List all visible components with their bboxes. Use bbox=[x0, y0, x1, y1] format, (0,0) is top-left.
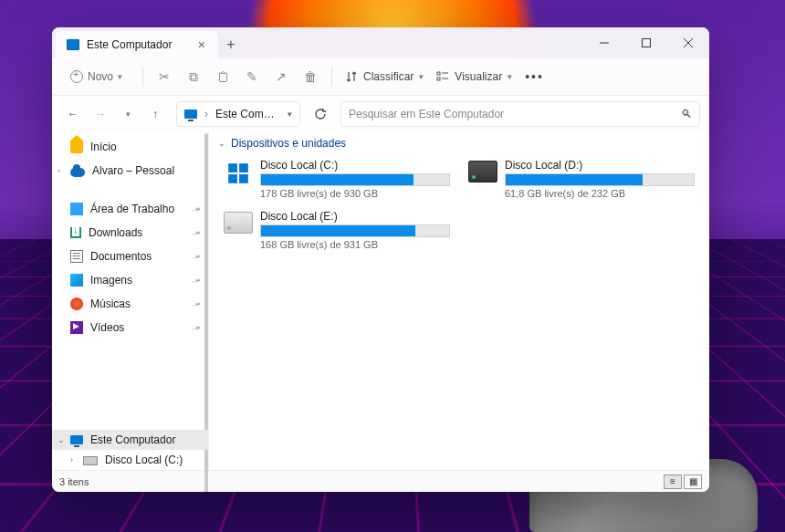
pc-icon bbox=[67, 39, 79, 50]
document-icon bbox=[70, 250, 83, 263]
drive-item[interactable]: Disco Local (D:) 61,8 GB livre(s) de 232… bbox=[465, 155, 698, 203]
copy-icon[interactable]: ⧉ bbox=[185, 69, 202, 85]
capacity-bar bbox=[505, 173, 695, 186]
svg-rect-11 bbox=[239, 174, 248, 183]
sidebar-item-onedrive[interactable]: › Alvaro – Pessoal bbox=[52, 161, 208, 181]
refresh-button[interactable] bbox=[308, 101, 333, 127]
pc-icon bbox=[184, 110, 197, 119]
desktop-icon bbox=[70, 203, 83, 215]
close-icon bbox=[684, 38, 693, 47]
chevron-down-icon: ▾ bbox=[126, 110, 131, 119]
forward-button[interactable]: → bbox=[89, 102, 112, 126]
titlebar: Este Computador × + bbox=[52, 27, 709, 58]
chevron-down-icon[interactable]: ▾ bbox=[288, 110, 292, 119]
sidebar-item-label: Disco Local (C:) bbox=[105, 454, 183, 466]
sidebar-item-label: Início bbox=[90, 141, 117, 153]
minimize-icon bbox=[600, 38, 609, 47]
new-button[interactable]: Novo ▾ bbox=[63, 67, 130, 87]
toolbar: Novo ▾ ✂ ⧉ 📋︎ ✎ ↗ 🗑︎ Classificar ▾ Visua… bbox=[52, 58, 709, 95]
sidebar-item-home[interactable]: Início bbox=[52, 137, 208, 157]
close-window-button[interactable] bbox=[667, 27, 709, 58]
sidebar-item-drive-c[interactable]: › Disco Local (C:) bbox=[52, 450, 208, 470]
pin-icon: 📌︎ bbox=[190, 297, 203, 311]
drive-icon bbox=[224, 212, 253, 234]
view-icon bbox=[436, 70, 449, 83]
chevron-right-icon: › bbox=[70, 455, 73, 464]
file-explorer-window: Este Computador × + Novo ▾ ✂ ⧉ 📋︎ ✎ ↗ bbox=[52, 27, 709, 492]
sort-icon bbox=[345, 70, 358, 83]
tab-title: Este Computador bbox=[87, 38, 172, 51]
drive-free-text: 168 GB livre(s) de 931 GB bbox=[260, 239, 450, 250]
search-box[interactable]: 🔍︎ bbox=[340, 101, 700, 127]
view-button[interactable]: Visualizar ▾ bbox=[436, 70, 512, 83]
drive-item[interactable]: Disco Local (C:) 178 GB livre(s) de 930 … bbox=[220, 155, 454, 203]
maximize-icon bbox=[642, 38, 651, 47]
pin-icon: 📌︎ bbox=[190, 226, 203, 240]
svg-rect-8 bbox=[228, 163, 237, 172]
up-button[interactable]: ↑ bbox=[143, 102, 167, 126]
paste-icon[interactable]: 📋︎ bbox=[215, 69, 231, 84]
svg-rect-9 bbox=[239, 163, 248, 172]
cut-icon[interactable]: ✂ bbox=[156, 69, 173, 84]
sidebar-item-images[interactable]: Imagens 📌︎ bbox=[52, 270, 208, 290]
pin-icon: 📌︎ bbox=[190, 321, 203, 335]
window-controls bbox=[583, 27, 709, 58]
status-bar: 3 itens ≡ ▦ bbox=[52, 470, 709, 492]
address-bar[interactable]: › Este Computa… ▾ bbox=[176, 101, 300, 127]
rename-icon[interactable]: ✎ bbox=[244, 69, 260, 84]
sidebar-item-label: Alvaro – Pessoal bbox=[92, 164, 174, 177]
sidebar-item-documents[interactable]: Documentos 📌︎ bbox=[52, 246, 208, 266]
back-button[interactable]: ← bbox=[61, 102, 85, 126]
sidebar-item-this-pc[interactable]: ⌄ Este Computador bbox=[52, 430, 208, 450]
drive-name: Disco Local (C:) bbox=[260, 159, 450, 172]
tab-este-computador[interactable]: Este Computador × bbox=[56, 31, 218, 58]
item-count: 3 itens bbox=[59, 476, 89, 487]
view-label: Visualizar bbox=[455, 70, 502, 83]
capacity-bar bbox=[260, 224, 450, 237]
section-title: Dispositivos e unidades bbox=[231, 137, 346, 150]
svg-rect-4 bbox=[437, 72, 440, 75]
details-view-toggle[interactable]: ≡ bbox=[664, 475, 682, 489]
chevron-down-icon: ▾ bbox=[118, 72, 122, 81]
close-tab-button[interactable]: × bbox=[194, 37, 209, 52]
delete-icon[interactable]: 🗑︎ bbox=[302, 69, 319, 84]
recent-locations-button[interactable]: ▾ bbox=[116, 102, 140, 126]
sidebar-item-label: Vídeos bbox=[90, 321, 124, 334]
pin-icon: 📌︎ bbox=[190, 250, 203, 264]
chevron-down-icon: ▾ bbox=[419, 72, 424, 81]
sidebar-item-videos[interactable]: Vídeos 📌︎ bbox=[52, 318, 208, 338]
svg-rect-1 bbox=[643, 39, 651, 47]
sidebar-item-label: Documentos bbox=[90, 250, 152, 263]
video-icon bbox=[70, 321, 83, 334]
svg-rect-10 bbox=[228, 174, 237, 183]
plus-circle-icon bbox=[70, 70, 83, 83]
tiles-view-toggle[interactable]: ▦ bbox=[684, 475, 702, 489]
sort-button[interactable]: Classificar ▾ bbox=[345, 70, 424, 83]
sidebar-item-label: Este Computador bbox=[90, 433, 175, 446]
new-label: Novo bbox=[88, 70, 113, 83]
separator bbox=[142, 67, 143, 87]
sort-label: Classificar bbox=[363, 70, 413, 83]
music-icon bbox=[70, 297, 83, 310]
sidebar-item-music[interactable]: Músicas 📌︎ bbox=[52, 294, 208, 314]
maximize-button[interactable] bbox=[625, 27, 667, 58]
home-icon bbox=[70, 141, 83, 153]
navigation-pane: Início › Alvaro – Pessoal Área de Trabal… bbox=[52, 131, 209, 470]
drive-icon bbox=[83, 456, 98, 465]
sidebar-item-downloads[interactable]: Downloads 📌︎ bbox=[52, 223, 208, 243]
new-tab-button[interactable]: + bbox=[218, 31, 244, 58]
drive-free-text: 61,8 GB livre(s) de 232 GB bbox=[505, 188, 695, 199]
search-input[interactable] bbox=[349, 108, 681, 120]
drive-item[interactable]: Disco Local (E:) 168 GB livre(s) de 931 … bbox=[220, 206, 454, 254]
refresh-icon bbox=[314, 108, 327, 120]
capacity-bar bbox=[260, 173, 450, 186]
sidebar-item-desktop[interactable]: Área de Trabalho 📌︎ bbox=[52, 199, 208, 219]
share-icon[interactable]: ↗ bbox=[273, 69, 289, 84]
chevron-down-icon: ▾ bbox=[508, 72, 512, 81]
more-button[interactable]: ••• bbox=[525, 69, 544, 84]
drives-grid: Disco Local (C:) 178 GB livre(s) de 930 … bbox=[209, 153, 709, 256]
breadcrumb: Este Computa… bbox=[215, 108, 280, 120]
minimize-button[interactable] bbox=[583, 27, 625, 58]
breadcrumb-sep: › bbox=[204, 108, 208, 120]
section-header[interactable]: ⌄ Dispositivos e unidades bbox=[209, 131, 709, 153]
